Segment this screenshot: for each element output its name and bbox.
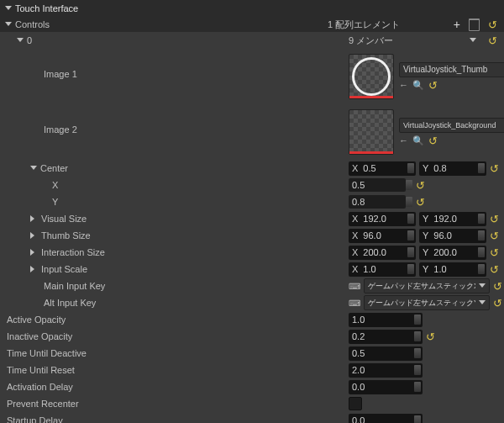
prevent-recenter-checkbox[interactable] xyxy=(349,397,362,410)
interaction-size-label: Interaction Size xyxy=(41,247,105,257)
reset-icon[interactable]: ↺ xyxy=(490,213,499,225)
center-x-input[interactable]: X xyxy=(349,161,416,176)
dropdown-value: ゲームパッド左サムスティックY軸 xyxy=(368,298,475,309)
asset-dropdown[interactable]: VirtualJoystick_Background xyxy=(399,118,504,133)
time-until-deactive-input[interactable] xyxy=(349,346,423,361)
y-label: Y xyxy=(52,197,58,207)
center-x-field[interactable] xyxy=(349,178,406,192)
keyboard-icon[interactable]: ⌨ xyxy=(349,299,360,308)
title-text: Touch Interface xyxy=(15,3,78,13)
image1-label: Image 1 xyxy=(44,69,77,79)
alt-input-key-label: Alt Input Key xyxy=(44,298,96,308)
reset-icon[interactable]: ↺ xyxy=(490,162,499,175)
add-element-button[interactable]: + xyxy=(454,18,460,31)
use-selected-icon[interactable]: ← xyxy=(399,80,408,90)
asset-thumbnail[interactable] xyxy=(349,54,394,99)
time-until-reset-label: Time Until Reset xyxy=(7,365,75,375)
dropdown-icon[interactable] xyxy=(470,38,476,45)
expand-icon[interactable] xyxy=(5,6,12,13)
image2-label: Image 2 xyxy=(44,124,77,135)
chevron-down-icon xyxy=(479,283,486,291)
time-until-reset-input[interactable] xyxy=(349,363,423,378)
prevent-recenter-label: Prevent Recenter xyxy=(7,399,79,409)
browse-icon[interactable]: 🔍 xyxy=(412,135,424,146)
expand-icon[interactable] xyxy=(30,166,37,173)
inactive-opacity-input[interactable] xyxy=(349,330,423,344)
dropdown-value: ゲームパッド左サムスティックX軸 xyxy=(368,281,475,292)
inactive-opacity-label: Inactive Opacity xyxy=(7,331,72,341)
interaction-size-y[interactable]: Y xyxy=(419,246,486,260)
asset-name: VirtualJoystick_Background xyxy=(403,121,496,130)
reset-icon[interactable]: ↺ xyxy=(488,34,497,47)
active-opacity-label: Active Opacity xyxy=(7,315,66,325)
expand-icon[interactable] xyxy=(17,38,24,45)
asset-name: VirtualJoystick_Thumb xyxy=(403,65,487,74)
time-until-deactive-label: Time Until Deactive xyxy=(7,348,87,358)
reset-icon[interactable]: ↺ xyxy=(493,297,502,309)
main-input-key-dropdown[interactable]: ゲームパッド左サムスティックX軸 xyxy=(364,278,490,293)
center-y-input[interactable]: Y xyxy=(419,161,486,176)
thumb-size-y[interactable]: Y xyxy=(419,229,486,243)
expand-icon[interactable] xyxy=(30,249,38,256)
alt-input-key-dropdown[interactable]: ゲームパッド左サムスティックY軸 xyxy=(364,295,490,310)
center-y-field[interactable] xyxy=(349,195,406,209)
reset-icon[interactable]: ↺ xyxy=(493,280,502,293)
array-index: 0 xyxy=(27,35,32,45)
reset-icon[interactable]: ↺ xyxy=(488,19,497,31)
controls-label: Controls xyxy=(15,19,50,29)
interaction-size-x[interactable]: X xyxy=(349,246,416,260)
expand-icon[interactable] xyxy=(5,22,12,29)
thumb-size-label: Thumb Size xyxy=(41,230,91,241)
reset-icon[interactable]: ↺ xyxy=(490,230,499,242)
browse-icon[interactable]: 🔍 xyxy=(412,80,424,91)
members-count: 9 メンバー xyxy=(349,34,393,47)
reset-icon[interactable]: ↺ xyxy=(490,263,499,276)
activation-delay-input[interactable] xyxy=(349,380,423,394)
reset-icon[interactable]: ↺ xyxy=(416,196,425,209)
visual-size-y[interactable]: Y xyxy=(419,212,486,226)
reset-icon[interactable]: ↺ xyxy=(428,79,438,92)
activation-delay-label: Activation Delay xyxy=(7,382,73,392)
x-label: X xyxy=(52,180,58,190)
visual-size-x[interactable]: X xyxy=(349,212,416,226)
asset-dropdown[interactable]: VirtualJoystick_Thumb xyxy=(399,62,504,77)
array-count: 1 配列エレメント xyxy=(328,19,400,31)
asset-thumbnail[interactable] xyxy=(349,109,394,155)
thumb-size-x[interactable]: X xyxy=(349,229,416,243)
startup-delay-label: Startup Delay xyxy=(7,415,63,423)
keyboard-icon[interactable]: ⌨ xyxy=(349,282,360,291)
visual-size-label: Visual Size xyxy=(41,214,87,224)
expand-icon[interactable] xyxy=(30,232,38,239)
active-opacity-input[interactable] xyxy=(349,313,423,327)
reset-icon[interactable]: ↺ xyxy=(428,135,438,147)
reset-icon[interactable]: ↺ xyxy=(490,246,499,259)
input-scale-label: Input Scale xyxy=(41,264,87,274)
input-scale-y[interactable]: Y xyxy=(419,262,486,277)
chevron-down-icon xyxy=(479,300,486,308)
panel-title: Touch Interface xyxy=(0,0,504,17)
center-label: Center xyxy=(40,163,68,173)
clear-array-button[interactable] xyxy=(469,19,480,31)
expand-icon[interactable] xyxy=(30,215,38,222)
expand-icon[interactable] xyxy=(30,266,38,272)
reset-icon[interactable]: ↺ xyxy=(426,330,435,343)
input-scale-x[interactable]: X xyxy=(349,262,416,277)
main-input-key-label: Main Input Key xyxy=(44,281,105,291)
reset-icon[interactable]: ↺ xyxy=(416,179,425,192)
use-selected-icon[interactable]: ← xyxy=(399,135,408,145)
startup-delay-input[interactable] xyxy=(349,414,423,424)
